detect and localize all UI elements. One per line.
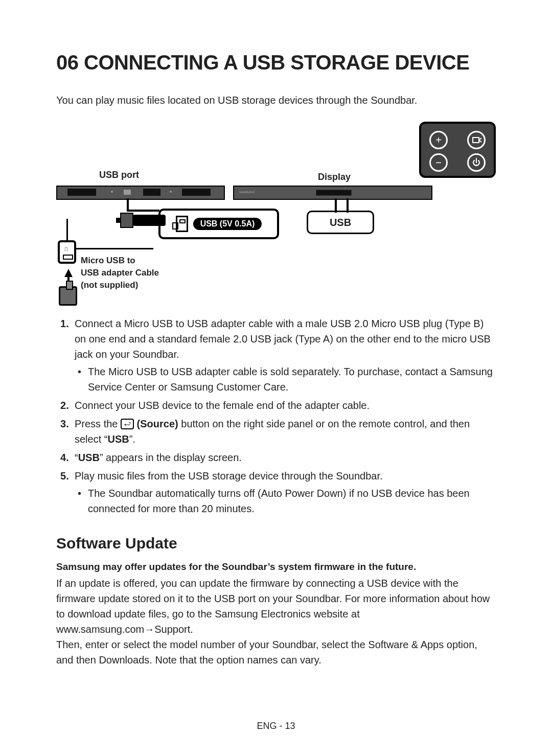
micro-usb-line3: (not supplied) [81,280,138,290]
instruction-list: Connect a Micro USB to USB adapter cable… [56,316,496,516]
usb-jack-icon [176,216,188,232]
step-1-note: The Micro USB to USB adapter cable is so… [75,364,496,395]
step-1: Connect a Micro USB to USB adapter cable… [56,316,496,395]
step-1-text: Connect a Micro USB to USB adapter cable… [75,318,491,360]
inline-source-icon: ⮐ [121,419,134,429]
step-5-text: Play music files from the USB storage de… [75,470,383,482]
volume-up-icon: + [429,131,448,149]
step-5-note: The Soundbar automatically turns off (Au… [75,486,496,516]
volume-down-icon: − [429,153,448,172]
step-4: “USB” appears in the display screen. [56,450,496,465]
micro-usb-adapter-label: Micro USB to USB adapter Cable (not supp… [81,255,173,291]
step-5: Play music files from the USB storage de… [56,468,496,516]
micro-usb-line1: Micro USB to [81,256,135,265]
step-3: Press the ⮐ (Source) button on the right… [56,416,496,447]
intro-text: You can play music files located on USB … [56,95,496,106]
display-label: Display [318,172,351,182]
software-update-p2: Then, enter or select the model number o… [56,637,496,668]
usb-port-label: USB port [99,170,139,180]
usb-spec-pill: USB (5V 0.5A) [193,218,262,230]
page-title: 06 CONNECTING A USB STORAGE DEVICE [56,51,496,74]
step-2: Connect your USB device to the female en… [56,398,496,413]
power-icon: ⏻ [467,153,486,172]
display-callout: USB [307,211,374,234]
software-update-subhead: Samsung may offer updates for the Soundb… [56,561,496,572]
software-update-heading: Software Update [56,535,496,552]
soundbar-front-illustration: SAMSUNG [233,186,432,200]
page-footer: ENG - 13 [0,721,552,731]
source-icon [467,131,486,149]
usb-port-callout: USB (5V 0.5A) [158,209,279,239]
connection-diagram: USB port Display + − ⏻ SAMSUNG USB (5V 0… [56,122,496,306]
software-update-p1: If an update is offered, you can update … [56,576,496,637]
soundbar-rear-illustration [56,186,225,200]
soundbar-control-panel: + − ⏻ [419,122,496,178]
micro-usb-line2: USB adapter Cable [81,268,159,278]
